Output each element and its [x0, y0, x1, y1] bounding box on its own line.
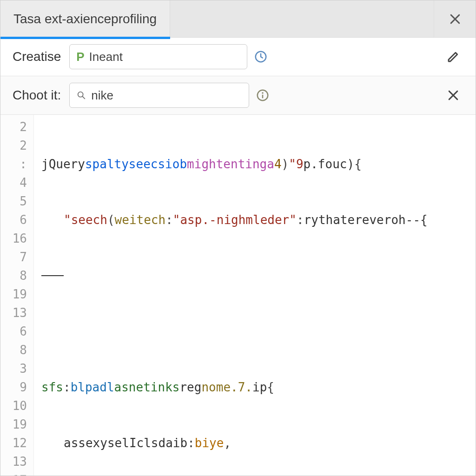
hr-rule	[41, 275, 64, 276]
creatise-label: Creatise	[13, 49, 61, 64]
search-icon	[76, 90, 86, 100]
line-number: 9	[0, 378, 27, 397]
tab-close-button[interactable]	[434, 0, 476, 37]
code-line: jQuery spalty seecsiob mightentinga 4) "…	[41, 155, 476, 173]
line-number: 19	[0, 285, 27, 304]
edit-button[interactable]	[443, 46, 463, 67]
pencil-icon	[446, 50, 460, 64]
line-number: :	[0, 155, 27, 173]
line-number: 6	[0, 322, 27, 341]
close-icon	[446, 88, 460, 102]
line-number: 8	[0, 341, 27, 359]
line-number-gutter: 22:4561678191368391019121317	[0, 115, 34, 476]
code-line: sfs: blpadl asnet inks reg nome.7. ip {	[41, 378, 476, 397]
line-number: 2	[0, 118, 27, 136]
search-field[interactable]	[91, 88, 242, 103]
line-number: 19	[0, 415, 27, 434]
close-icon	[448, 12, 462, 26]
toolbar-search: Choot it:	[0, 76, 476, 115]
code-line	[41, 322, 476, 341]
toolbar-creatise: Creatise P	[0, 38, 476, 76]
info-icon[interactable]	[256, 88, 270, 102]
creatise-input[interactable]: P	[69, 44, 247, 69]
line-number: 7	[0, 248, 27, 266]
line-number: 5	[0, 192, 27, 211]
tab-bar: Tasa ext-axienceprofiling	[0, 0, 476, 38]
line-number: 10	[0, 397, 27, 415]
search-label: Choot it:	[13, 88, 61, 103]
line-number: 3	[0, 359, 27, 378]
creatise-field[interactable]	[89, 50, 240, 64]
svg-rect-4	[262, 95, 264, 99]
tab-title: Tasa ext-axienceprofiling	[13, 12, 157, 26]
line-number: 2	[0, 136, 27, 155]
tab-spacer	[170, 0, 434, 37]
tab-active[interactable]: Tasa ext-axienceprofiling	[0, 0, 170, 37]
line-number: 16	[0, 229, 27, 248]
line-number: 13	[0, 304, 27, 322]
search-input[interactable]	[69, 83, 249, 108]
line-number: 4	[0, 173, 27, 192]
line-number: 13	[0, 452, 27, 471]
code-line	[41, 266, 476, 285]
svg-point-3	[262, 92, 264, 94]
line-number: 8	[0, 266, 27, 285]
line-number: 17	[0, 471, 27, 476]
code-line: assexy selIcls daib: biye,	[41, 434, 476, 452]
p-prefix-icon: P	[76, 50, 84, 64]
line-number: 6	[0, 211, 27, 229]
editor-window: Tasa ext-axienceprofiling Creatise P Cho…	[0, 0, 476, 476]
svg-point-1	[78, 92, 83, 97]
clock-icon[interactable]	[254, 50, 268, 64]
code-line: "seech( weitech: "asp.-nighmleder": ryth…	[41, 211, 476, 229]
code-content[interactable]: jQuery spalty seecsiob mightentinga 4) "…	[34, 115, 476, 476]
search-close-button[interactable]	[443, 85, 463, 106]
code-editor[interactable]: 22:4561678191368391019121317 jQuery spal…	[0, 115, 476, 476]
line-number: 12	[0, 434, 27, 452]
